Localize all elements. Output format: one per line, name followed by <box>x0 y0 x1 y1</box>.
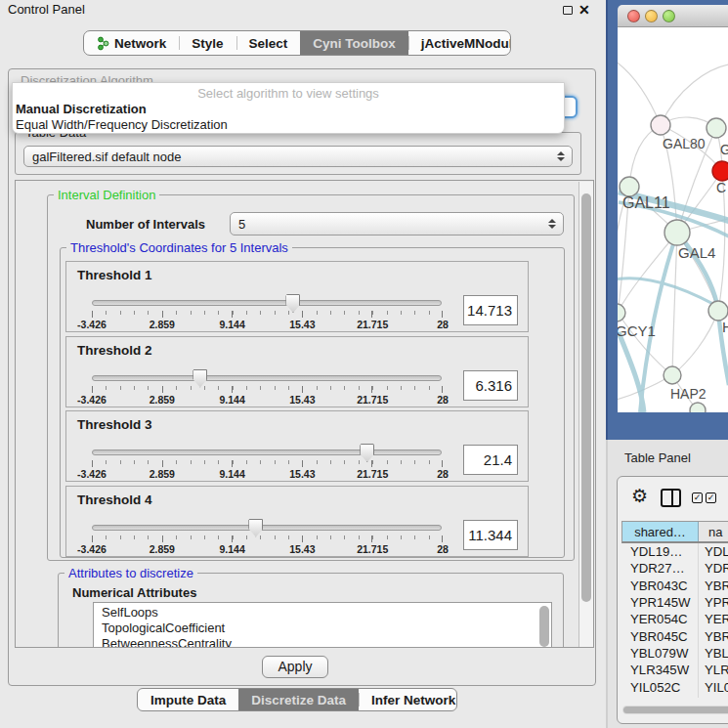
cell-name[interactable]: YBL0 <box>698 646 728 661</box>
gear-icon[interactable]: ⚙ <box>631 485 648 507</box>
tab-style[interactable]: Style <box>179 31 236 55</box>
algorithm-dropdown-popup: Select algorithm to view settings Manual… <box>12 82 565 134</box>
threshold-label: Threshold 2 <box>77 343 152 358</box>
slider-track[interactable] <box>92 300 442 306</box>
network-node-gal11[interactable] <box>620 177 639 196</box>
slider-track[interactable] <box>92 450 442 455</box>
tick-label: 2.859 <box>150 319 175 330</box>
attribute-list-item[interactable]: BetweennessCentrality <box>102 636 551 648</box>
mac-zoom-icon[interactable] <box>663 10 675 22</box>
column-layout-icon[interactable] <box>661 489 681 507</box>
cell-name[interactable]: YBR0 <box>698 578 728 593</box>
slider-tick-labels: -3.4262.8599.14415.4321.71528 <box>92 543 443 556</box>
table-row[interactable]: YBR043CYBR0 <box>621 578 728 594</box>
scrollbar-thumb[interactable] <box>623 707 728 713</box>
slider-track[interactable] <box>92 375 442 381</box>
numerical-attributes-list[interactable]: SelfLoopsTopologicalCoefficientBetweenne… <box>93 602 552 648</box>
table-row[interactable]: YBR045CYBR0 <box>621 627 728 644</box>
cell-shared-name[interactable]: YLR345W <box>621 663 698 677</box>
cell-shared-name[interactable]: YBL079W <box>621 646 698 661</box>
cell-shared-name[interactable]: YBR045C <box>621 629 698 644</box>
slider-track[interactable] <box>92 525 442 531</box>
slider-major-ticks <box>92 535 443 542</box>
cell-name[interactable]: YBR0 <box>698 629 728 644</box>
table-row[interactable]: YBL079WYBL0 <box>621 645 728 662</box>
network-canvas[interactable]: GAL80GCGAL11GAL4GCY1HHAP2 <box>618 27 728 412</box>
dropdown-option-manual-discretization[interactable]: Manual Discretization <box>16 102 147 116</box>
tab-cyni-toolbox[interactable]: Cyni Toolbox <box>300 31 408 55</box>
tab-jactivemnodules[interactable]: jActiveMNodules <box>408 31 511 55</box>
threshold-value-field[interactable]: 21.4 <box>463 445 518 475</box>
tab-network[interactable]: Network <box>84 31 179 55</box>
tab-label: Network <box>114 36 166 51</box>
column-header-name[interactable]: na <box>699 522 728 541</box>
vertical-scrollbar[interactable] <box>578 182 593 647</box>
mac-minimize-icon[interactable] <box>645 10 658 22</box>
network-node-gcy1[interactable] <box>618 304 625 321</box>
attribute-list-item[interactable]: SelfLoops <box>102 605 551 621</box>
threshold-box: Threshold 2 -3.4262.8599.14415.4321.7152… <box>65 336 529 407</box>
tick-label: -3.426 <box>77 394 107 406</box>
table-row[interactable]: YIL052CYIL0 <box>621 678 728 695</box>
cell-shared-name[interactable]: YDL19… <box>621 544 698 559</box>
cell-shared-name[interactable]: YDR27… <box>621 561 698 576</box>
cell-name[interactable]: YDL1 <box>698 544 728 559</box>
network-node-hap2[interactable] <box>664 366 681 384</box>
control-panel-title: Control Panel <box>8 2 85 17</box>
column-header-shared-name[interactable]: shared… <box>622 522 699 541</box>
tick-label: 21.715 <box>357 394 388 406</box>
tab-label: Infer Network <box>371 693 455 707</box>
network-node-h[interactable] <box>708 301 728 321</box>
dropdown-placeholder: Select algorithm to view settings <box>13 86 564 101</box>
checkbox-icon[interactable]: ✓ <box>692 492 703 503</box>
table-row[interactable]: YLR345WYLR3 <box>621 662 728 678</box>
cell-name[interactable]: YIL0 <box>698 680 728 695</box>
attribute-list-item[interactable]: TopologicalCoefficient <box>102 621 551 636</box>
tick-label: 21.715 <box>357 468 388 480</box>
apply-button[interactable]: Apply <box>262 656 328 678</box>
network-node-c[interactable] <box>712 161 728 181</box>
cell-name[interactable]: YDR2 <box>698 561 728 576</box>
slider-tick-labels: -3.4262.8599.14415.4321.71528 <box>92 468 443 481</box>
cell-name[interactable]: YER0 <box>698 612 728 626</box>
tab-label: Select <box>249 36 288 51</box>
table-header-row: shared… na <box>621 521 728 543</box>
tab-select[interactable]: Select <box>236 31 301 55</box>
tab-discretize-data[interactable]: Discretize Data <box>238 689 359 710</box>
scrollbar-thumb[interactable] <box>581 193 591 602</box>
table-data-combobox[interactable]: galFiltered.sif default node <box>23 146 573 167</box>
cell-shared-name[interactable]: YIL052C <box>621 680 698 695</box>
threshold-value-field[interactable]: 14.713 <box>463 295 518 325</box>
network-node-gal4[interactable] <box>664 220 690 245</box>
tab-infer-network[interactable]: Infer Network <box>359 689 457 710</box>
cell-shared-name[interactable]: YER054C <box>621 612 698 626</box>
list-scrollbar[interactable] <box>539 606 549 647</box>
network-node-g[interactable] <box>707 118 726 138</box>
tab-impute-data[interactable]: Impute Data <box>138 689 238 710</box>
float-window-icon[interactable] <box>563 6 573 15</box>
network-node-gal80[interactable] <box>651 115 670 135</box>
table-row[interactable]: YER054CYER0 <box>621 611 728 627</box>
tick-label: 9.144 <box>219 319 244 330</box>
network-node[interactable] <box>690 403 706 412</box>
threshold-value-field[interactable]: 6.316 <box>463 370 518 401</box>
spinner-arrows-icon <box>557 151 565 161</box>
close-icon[interactable]: ✕ <box>578 1 590 19</box>
dropdown-option-equal-width-frequency[interactable]: Equal Width/Frequency Discretization <box>16 117 228 132</box>
threshold-value-field[interactable]: 11.344 <box>463 520 518 550</box>
horizontal-scrollbar[interactable] <box>622 706 728 714</box>
cell-shared-name[interactable]: YBR043C <box>621 578 698 593</box>
node-label: G <box>720 142 728 157</box>
tick-label: 2.859 <box>150 394 175 406</box>
cell-name[interactable]: YLR3 <box>698 663 728 677</box>
tab-label: Style <box>192 36 223 51</box>
cell-shared-name[interactable]: YPR145W <box>621 595 698 610</box>
number-of-intervals-combobox[interactable]: 5 <box>230 212 564 236</box>
top-tab-bar: Network Style Select Cyni Toolbox jActiv… <box>83 30 511 56</box>
cell-name[interactable]: YPR1 <box>698 595 728 610</box>
table-row[interactable]: YDR27…YDR2 <box>621 560 728 577</box>
table-row[interactable]: YPR145WYPR1 <box>621 594 728 611</box>
mac-close-icon[interactable] <box>627 10 640 22</box>
checkbox-icon[interactable]: ✓ <box>706 492 716 503</box>
table-row[interactable]: YDL19…YDL1 <box>621 543 728 560</box>
